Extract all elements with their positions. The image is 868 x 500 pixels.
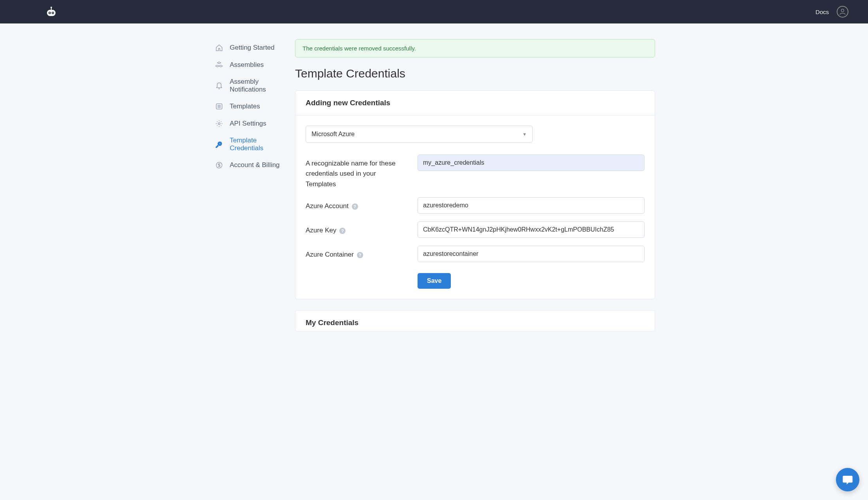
form-row-account: Azure Account ?	[306, 197, 645, 214]
sidebar-item-label: Templates	[230, 103, 260, 110]
main-wrap: Getting Started Assemblies Assembly Noti…	[170, 23, 698, 381]
sidebar-item-account-billing[interactable]: Account & Billing	[215, 156, 287, 174]
button-row: Save	[418, 273, 645, 289]
dollar-icon	[215, 161, 223, 169]
sidebar-item-templates[interactable]: Templates	[215, 98, 287, 115]
content: The credentials were removed successfull…	[295, 39, 655, 381]
sidebar-item-label: Template Credentials	[230, 137, 287, 152]
sidebar-item-assemblies[interactable]: Assemblies	[215, 56, 287, 74]
page-title: Template Credentials	[295, 67, 655, 80]
sidebar-item-assembly-notifications[interactable]: Assembly Notifications	[215, 74, 287, 98]
cubes-icon	[215, 61, 223, 69]
add-credentials-card: Adding new Credentials Microsoft Azure ▼…	[295, 90, 655, 299]
key-icon	[215, 140, 223, 149]
sidebar-item-label: API Settings	[230, 120, 267, 128]
name-input-wrap	[418, 155, 645, 171]
home-icon	[215, 43, 223, 52]
bell-icon	[215, 81, 223, 90]
account-input-wrap	[418, 197, 645, 214]
svg-rect-2	[47, 10, 56, 16]
svg-point-12	[218, 123, 220, 125]
help-icon[interactable]: ?	[357, 252, 363, 258]
help-icon[interactable]: ?	[339, 228, 346, 234]
container-input-wrap	[418, 246, 645, 262]
form-row-key: Azure Key ?	[306, 221, 645, 238]
sidebar-item-api-settings[interactable]: API Settings	[215, 115, 287, 132]
sidebar: Getting Started Assemblies Assembly Noti…	[170, 39, 295, 381]
provider-select-wrap: Microsoft Azure ▼	[306, 126, 533, 143]
sidebar-item-label: Assembly Notifications	[230, 78, 287, 94]
alert-message: The credentials were removed successfull…	[303, 45, 416, 52]
svg-point-7	[841, 9, 844, 12]
account-label: Azure Account ?	[306, 197, 418, 211]
svg-point-0	[50, 7, 52, 8]
name-input[interactable]	[418, 155, 645, 171]
sidebar-item-getting-started[interactable]: Getting Started	[215, 39, 287, 56]
topbar-right: Docs	[816, 6, 848, 18]
svg-point-6	[52, 13, 53, 13]
chevron-down-icon: ▼	[522, 132, 527, 137]
key-input[interactable]	[418, 221, 645, 238]
form-row-name: A recognizable name for these credential…	[306, 155, 645, 189]
user-icon	[839, 8, 846, 16]
my-credentials-card: My Credentials	[295, 310, 655, 331]
provider-select-value: Microsoft Azure	[312, 131, 355, 138]
name-label: A recognizable name for these credential…	[306, 155, 418, 189]
sidebar-item-template-credentials[interactable]: Template Credentials	[215, 132, 287, 156]
sidebar-item-label: Getting Started	[230, 44, 274, 52]
container-input[interactable]	[418, 246, 645, 262]
list-icon	[215, 102, 223, 111]
form-row-container: Azure Container ?	[306, 246, 645, 262]
sidebar-item-label: Assemblies	[230, 61, 264, 69]
user-menu[interactable]	[837, 6, 848, 18]
alert-success: The credentials were removed successfull…	[295, 39, 655, 58]
gear-icon	[215, 119, 223, 128]
save-button[interactable]: Save	[418, 273, 451, 289]
svg-point-5	[49, 13, 50, 13]
provider-select[interactable]: Microsoft Azure ▼	[306, 126, 533, 143]
account-input[interactable]	[418, 197, 645, 214]
my-credentials-header: My Credentials	[295, 311, 655, 331]
card-header: Adding new Credentials	[295, 91, 655, 115]
docs-link[interactable]: Docs	[816, 9, 829, 15]
container-label: Azure Container ?	[306, 246, 418, 260]
key-label: Azure Key ?	[306, 221, 418, 236]
key-input-wrap	[418, 221, 645, 238]
app-logo[interactable]	[45, 5, 58, 18]
sidebar-item-label: Account & Billing	[230, 161, 280, 169]
help-icon[interactable]: ?	[352, 203, 358, 210]
card-body: Microsoft Azure ▼ A recognizable name fo…	[295, 115, 655, 299]
topbar: Docs	[0, 0, 868, 23]
